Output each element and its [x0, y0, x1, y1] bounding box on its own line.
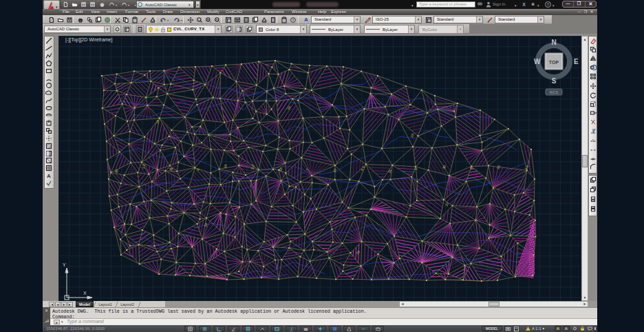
svg-text:34: 34 — [286, 105, 292, 110]
svg-text:X: X — [83, 291, 87, 295]
svg-text:A: A — [47, 173, 51, 179]
svg-text:37: 37 — [444, 202, 450, 207]
svg-text:8: 8 — [195, 167, 200, 171]
svg-text:29: 29 — [496, 165, 502, 169]
svg-text:WCS: WCS — [550, 90, 559, 94]
svg-text:30: 30 — [441, 165, 447, 170]
svg-text:N: N — [551, 39, 556, 46]
svg-text:3.4: 3.4 — [524, 164, 530, 170]
svg-text:32: 32 — [332, 167, 337, 172]
svg-text:TOP: TOP — [549, 60, 559, 65]
svg-text:Y: Y — [63, 262, 66, 267]
svg-text:E: E — [574, 58, 579, 65]
svg-text:S: S — [552, 77, 557, 85]
svg-text:29: 29 — [409, 133, 414, 138]
svg-text:W: W — [534, 58, 541, 65]
svg-text:?: ? — [292, 18, 294, 22]
svg-text:34: 34 — [223, 164, 228, 169]
